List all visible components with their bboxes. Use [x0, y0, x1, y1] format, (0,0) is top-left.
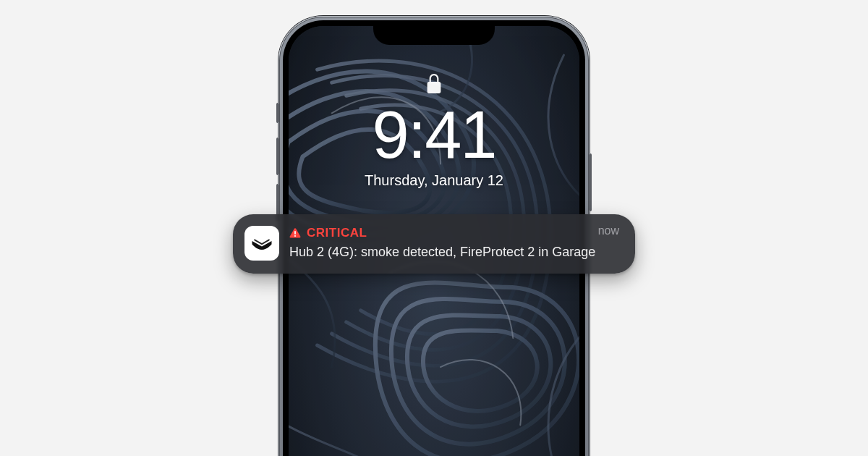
app-icon — [244, 226, 279, 261]
notification-body: CRITICAL Hub 2 (4G): smoke detected, Fir… — [289, 226, 621, 261]
power-button[interactable] — [589, 153, 592, 211]
notification-message: Hub 2 (4G): smoke detected, FireProtect … — [289, 243, 621, 261]
lock-screen-time: 9:41 — [372, 101, 495, 168]
lock-screen-date: Thursday, January 12 — [365, 172, 503, 189]
notification-time: now — [598, 224, 619, 237]
notification-severity: CRITICAL — [307, 226, 367, 240]
volume-up-button[interactable] — [276, 138, 279, 175]
svg-rect-2 — [294, 231, 296, 235]
svg-point-3 — [294, 235, 296, 237]
mute-switch[interactable] — [276, 103, 279, 123]
notification-banner[interactable]: CRITICAL Hub 2 (4G): smoke detected, Fir… — [233, 214, 635, 274]
lock-icon — [426, 74, 442, 94]
warning-triangle-icon — [289, 227, 301, 239]
display-notch — [373, 20, 495, 45]
